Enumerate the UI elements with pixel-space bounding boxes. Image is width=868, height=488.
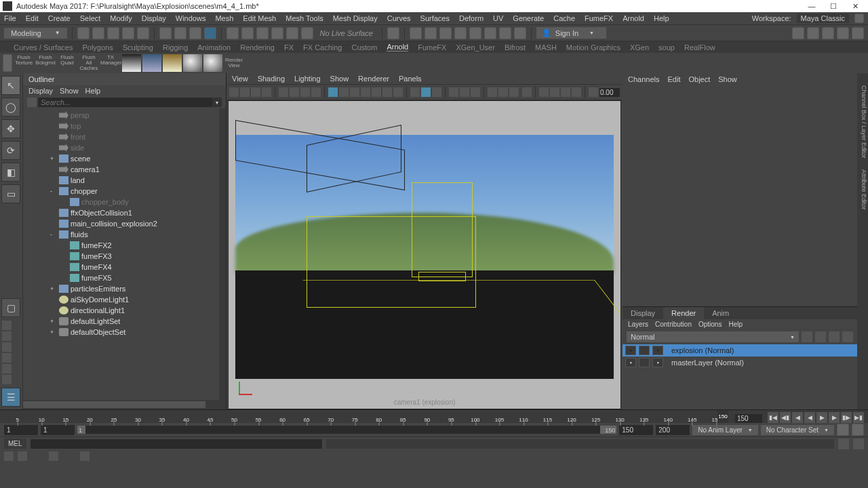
menu-file[interactable]: File xyxy=(4,14,16,22)
shelf-tab-fumefx[interactable]: FumeFX xyxy=(418,43,446,52)
viewport-canvas[interactable]: camera1 (explosion) xyxy=(228,100,621,409)
outliner-item-directionallight1[interactable]: directionalLight1 xyxy=(23,305,226,316)
outliner-scrollbar[interactable] xyxy=(219,108,226,400)
vp-smooth-shade-icon[interactable] xyxy=(339,87,349,97)
channel-menu-edit[interactable]: Edit xyxy=(667,75,680,83)
side-tab-channel-box-layer-editor[interactable]: Channel Box / Layer Editor xyxy=(857,80,868,164)
outliner-item-camera1[interactable]: camera1 xyxy=(23,164,226,175)
shelf-shader-flat-icon[interactable] xyxy=(122,54,141,72)
layer-mode-dropdown[interactable]: Normal xyxy=(627,331,799,342)
outliner-toggle[interactable]: ☰ xyxy=(1,388,20,407)
render-layer-row[interactable]: ▪▪masterLayer (Normal) xyxy=(623,357,857,369)
shelf-tab-realflow[interactable]: RealFlow xyxy=(684,43,715,52)
lasso-icon[interactable] xyxy=(174,27,186,39)
snap-plane-icon[interactable] xyxy=(271,27,283,39)
menu-windows[interactable]: Windows xyxy=(176,14,206,22)
minimize-button[interactable]: — xyxy=(807,2,816,11)
menu-generate[interactable]: Generate xyxy=(513,14,544,22)
character-set-dropdown[interactable]: No Character Set▼ xyxy=(761,425,834,435)
workspace-gear-icon[interactable] xyxy=(854,14,864,23)
sidebar-toggle-5-icon[interactable] xyxy=(852,27,864,39)
outliner-item-ffxobjectcollision1[interactable]: ffxObjectCollision1 xyxy=(23,207,226,218)
last-tool[interactable]: ▭ xyxy=(1,184,20,203)
shelf-tab-fx-caching[interactable]: FX Caching xyxy=(303,43,342,52)
menu-mesh[interactable]: Mesh xyxy=(215,14,233,22)
lasso-tool[interactable]: ◯ xyxy=(1,98,20,117)
outliner-item-fumefx5[interactable]: fumeFX5 xyxy=(23,272,226,283)
outliner-menu-display[interactable]: Display xyxy=(28,87,53,95)
shelf-tab-motion-graphics[interactable]: Motion Graphics xyxy=(566,43,620,52)
shelf-tx-manager[interactable]: TX Manager xyxy=(100,55,121,71)
layer-menu-options[interactable]: Options xyxy=(698,321,722,328)
make-live-icon[interactable] xyxy=(301,27,313,39)
layer-cell[interactable] xyxy=(639,346,650,355)
time-marker[interactable]: 150 xyxy=(717,410,728,423)
layer-menu-help[interactable]: Help xyxy=(728,321,743,328)
outliner-item-front[interactable]: front xyxy=(23,131,226,142)
shelf-shader-sky-icon[interactable] xyxy=(142,54,161,72)
viewport-menu-panels[interactable]: Panels xyxy=(399,75,422,83)
shelf-light-icon[interactable] xyxy=(203,54,222,72)
playblast-icon[interactable] xyxy=(499,27,511,39)
vp-subdiv-icon[interactable] xyxy=(498,87,508,97)
sidebar-toggle-3-icon[interactable] xyxy=(822,27,834,39)
layer-move-up-icon[interactable] xyxy=(802,331,812,342)
select-tool[interactable]: ↖ xyxy=(1,76,20,95)
anim-layer-dropdown[interactable]: No Anim Layer▼ xyxy=(692,425,758,435)
open-scene-icon[interactable] xyxy=(92,27,104,39)
current-frame-field[interactable] xyxy=(735,414,762,423)
layout-preset-icon[interactable] xyxy=(2,342,12,352)
redo-icon[interactable] xyxy=(137,27,149,39)
vp-settings-icon[interactable] xyxy=(572,87,581,97)
outliner-item-particlesemitters[interactable]: +particlesEmitters xyxy=(23,283,226,294)
time-slider[interactable]: 1501451401351301251201151101051009590858… xyxy=(0,409,868,423)
command-input[interactable] xyxy=(31,439,322,449)
vp-view-transform-icon[interactable] xyxy=(471,87,480,97)
script-editor-icon[interactable] xyxy=(838,439,849,449)
channel-menu-object[interactable]: Object xyxy=(688,75,710,83)
side-tab-attribute-editor[interactable]: Attribute Editor xyxy=(857,164,868,216)
construction-history-icon[interactable] xyxy=(387,27,399,39)
step-back-key-icon[interactable]: ◀▮ xyxy=(780,412,791,423)
layout-preset-icon[interactable] xyxy=(2,353,12,363)
layout-preset-icon[interactable] xyxy=(2,321,12,330)
layout-preset-icon[interactable] xyxy=(2,375,12,384)
layer-renderable-icon[interactable]: ▪ xyxy=(652,346,663,355)
step-forward-frame-icon[interactable]: ▶ xyxy=(829,412,840,423)
menu-deform[interactable]: Deform xyxy=(459,14,484,22)
outliner-item-fumefx2[interactable]: fumeFX2 xyxy=(23,240,226,251)
layer-new-selected-icon[interactable] xyxy=(842,331,853,342)
shelf-tab-xgen-user[interactable]: XGen_User xyxy=(456,43,494,52)
outliner-item-chopper[interactable]: -chopper xyxy=(23,186,226,197)
outliner-item-scene[interactable]: +scene xyxy=(23,153,226,164)
ipr-render-icon[interactable] xyxy=(425,27,437,39)
outliner-item-defaultlightset[interactable]: +defaultLightSet xyxy=(23,316,226,327)
warning-icon[interactable] xyxy=(4,451,14,461)
menu-mesh-display[interactable]: Mesh Display xyxy=(333,14,378,22)
shelf-tab-polygons[interactable]: Polygons xyxy=(82,43,113,52)
snap-point-icon[interactable] xyxy=(256,27,269,39)
snap-live-icon[interactable] xyxy=(286,27,298,39)
outliner-item-main_collision_explosion2[interactable]: main_collision_explosion2 xyxy=(23,218,226,229)
light-editor-icon[interactable] xyxy=(484,27,496,39)
undo-icon[interactable] xyxy=(122,27,134,39)
viewport-menu-view[interactable]: View xyxy=(232,75,248,83)
outliner-item-fumefx3[interactable]: fumeFX3 xyxy=(23,251,226,262)
viewport-menu-renderer[interactable]: Renderer xyxy=(358,75,389,83)
shelf-flush-bckgrnd[interactable]: Flush Bckgrnd xyxy=(35,55,56,71)
layer-menu-contribution[interactable]: Contribution xyxy=(655,321,692,328)
go-to-end-icon[interactable]: ▶▮ xyxy=(853,412,864,423)
shelf-tab-mash[interactable]: MASH xyxy=(535,43,557,52)
menu-mesh-tools[interactable]: Mesh Tools xyxy=(285,14,323,22)
anim-end-field[interactable] xyxy=(656,425,690,435)
vp-exposure-field[interactable] xyxy=(599,88,620,97)
vp-xray-joints-icon[interactable] xyxy=(432,87,441,97)
layer-move-down-icon[interactable] xyxy=(815,331,826,342)
range-slider[interactable]: 1 150 xyxy=(77,426,616,434)
layer-visible-icon[interactable]: ▪ xyxy=(625,358,636,367)
outliner-item-fumefx4[interactable]: fumeFX4 xyxy=(23,262,226,272)
layout-preset-icon[interactable] xyxy=(2,331,12,341)
outliner-item-side[interactable]: side xyxy=(23,142,226,153)
vp-textured-icon[interactable] xyxy=(350,87,359,97)
viewport-menu-shading[interactable]: Shading xyxy=(258,75,285,83)
